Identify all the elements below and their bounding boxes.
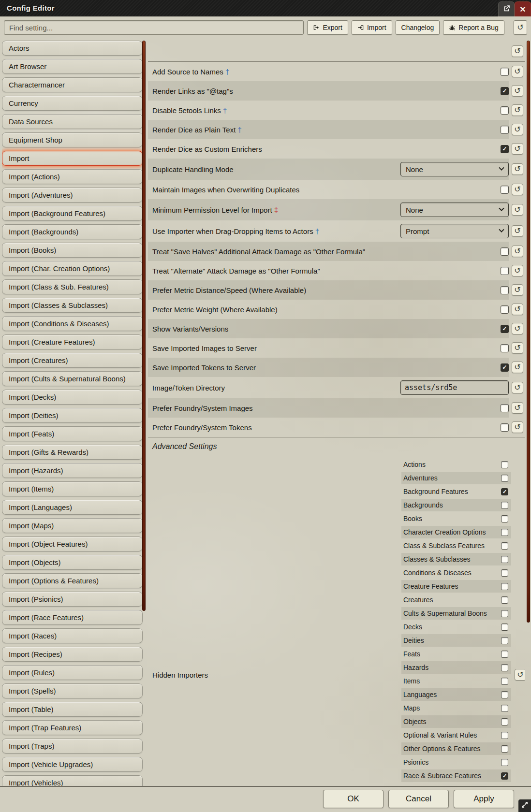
setting-checkbox[interactable]: ✓ (501, 691, 508, 698)
setting-checkbox[interactable]: ✓ (501, 583, 508, 590)
setting-checkbox[interactable]: ✓ (501, 247, 509, 256)
sidebar-item-import-recipes[interactable]: Import (Recipes) (2, 647, 143, 662)
setting-checkbox[interactable]: ✓ (501, 106, 509, 115)
setting-checkbox[interactable]: ✓ (501, 664, 508, 671)
reset-setting-button[interactable]: ↺ (512, 402, 523, 414)
sidebar-item-import-background-features[interactable]: Import (Background Features) (2, 206, 143, 221)
sidebar-item-import-hazards[interactable]: Import (Hazards) (2, 463, 143, 478)
sidebar-item-import-rules[interactable]: Import (Rules) (2, 665, 143, 680)
setting-select[interactable]: Prompt (400, 224, 509, 238)
setting-checkbox[interactable]: ✓ (501, 344, 509, 352)
sidebar-item-import-books[interactable]: Import (Books) (2, 243, 143, 258)
setting-checkbox[interactable]: ✓ (501, 610, 508, 617)
setting-checkbox[interactable]: ✓ (501, 637, 508, 644)
sidebar-item-import-objects[interactable]: Import (Objects) (2, 555, 143, 570)
popout-button[interactable] (498, 1, 515, 16)
setting-checkbox[interactable]: ✓ (501, 404, 509, 412)
reset-setting-button[interactable]: ↺ (512, 143, 523, 155)
cancel-button[interactable]: Cancel (388, 790, 449, 808)
setting-checkbox[interactable]: ✓ (501, 267, 509, 275)
sidebar-item-import-char-creation-options[interactable]: Import (Char. Creation Options) (2, 261, 143, 276)
sidebar-item-import-maps[interactable]: Import (Maps) (2, 518, 143, 533)
reset-all-button[interactable]: ↺ (514, 20, 527, 35)
reset-setting-button[interactable]: ↺ (512, 284, 523, 296)
reset-setting-button[interactable]: ↺ (512, 382, 523, 393)
sidebar-item-art-browser[interactable]: Art Browser (2, 59, 143, 74)
reset-setting-button[interactable]: ↺ (512, 362, 523, 373)
sidebar-item-import-actions[interactable]: Import (Actions) (2, 169, 143, 184)
reset-setting-button[interactable]: ↺ (512, 104, 523, 116)
sidebar-item-data-sources[interactable]: Data Sources (2, 114, 143, 129)
sidebar-item-import-decks[interactable]: Import (Decks) (2, 390, 143, 405)
sidebar-item-import-classes-subclasses[interactable]: Import (Classes & Subclasses) (2, 298, 143, 313)
sidebar-item-equipment-shop[interactable]: Equipment Shop (2, 132, 143, 147)
changelog-button[interactable]: Changelog (396, 20, 440, 35)
sidebar-item-import-adventures[interactable]: Import (Adventures) (2, 188, 143, 203)
reset-setting-button[interactable]: ↺ (512, 225, 523, 237)
setting-checkbox[interactable]: ✓ (501, 461, 508, 468)
reset-tab-button[interactable]: ↺ (512, 45, 523, 57)
export-button[interactable]: Export (307, 20, 348, 35)
sidebar-item-import-gifts-rewards[interactable]: Import (Gifts & Rewards) (2, 445, 143, 460)
ok-button[interactable]: OK (323, 790, 384, 808)
reset-setting-button[interactable]: ↺ (512, 323, 523, 334)
reset-setting-button[interactable]: ↺ (512, 304, 523, 315)
setting-checkbox[interactable]: ✓ (501, 186, 509, 194)
setting-checkbox[interactable]: ✓ (501, 286, 509, 294)
setting-checkbox[interactable]: ✓ (501, 325, 509, 333)
sidebar-item-import-traps[interactable]: Import (Traps) (2, 739, 143, 754)
sidebar-item-import-table[interactable]: Import (Table) (2, 702, 143, 717)
reset-setting-button[interactable]: ↺ (512, 85, 523, 97)
setting-checkbox[interactable]: ✓ (501, 759, 508, 766)
sidebar-item-import-creature-features[interactable]: Import (Creature Features) (2, 334, 143, 349)
sidebar-item-currency[interactable]: Currency (2, 96, 143, 111)
reset-setting-button[interactable]: ↺ (512, 163, 523, 175)
setting-checkbox[interactable]: ✓ (501, 745, 508, 753)
sidebar-scrollbar[interactable] (142, 41, 146, 611)
setting-checkbox[interactable]: ✓ (501, 363, 509, 372)
setting-checkbox[interactable]: ✓ (501, 126, 509, 134)
reset-setting-button[interactable]: ↺ (512, 66, 523, 77)
setting-checkbox[interactable]: ✓ (501, 423, 509, 432)
reset-hidden-importers-button[interactable]: ↺ (515, 669, 525, 681)
close-button[interactable]: ✕ (515, 1, 531, 16)
sidebar-item-import-object-features[interactable]: Import (Object Features) (2, 536, 143, 551)
setting-text-input[interactable] (400, 380, 509, 395)
setting-select[interactable]: None (400, 203, 509, 217)
reset-setting-button[interactable]: ↺ (512, 421, 523, 433)
sidebar-item-import-feats[interactable]: Import (Feats) (2, 426, 143, 441)
reset-setting-button[interactable]: ↺ (512, 265, 523, 276)
apply-button[interactable]: Apply (454, 790, 514, 808)
setting-checkbox[interactable]: ✓ (501, 556, 508, 563)
resize-handle[interactable] (518, 799, 531, 812)
content-scrollbar[interactable] (527, 41, 530, 623)
setting-checkbox[interactable]: ✓ (501, 718, 508, 725)
sidebar-item-import-deities[interactable]: Import (Deities) (2, 408, 143, 423)
setting-checkbox[interactable]: ✓ (501, 488, 508, 495)
setting-checkbox[interactable]: ✓ (501, 596, 508, 604)
sidebar-item-import-vehicle-upgrades[interactable]: Import (Vehicle Upgrades) (2, 757, 143, 772)
sidebar-item-import-spells[interactable]: Import (Spells) (2, 683, 143, 698)
reset-setting-button[interactable]: ↺ (512, 342, 523, 354)
setting-checkbox[interactable]: ✓ (501, 651, 508, 658)
setting-checkbox[interactable]: ✓ (501, 529, 508, 536)
sidebar-item-import-races[interactable]: Import (Races) (2, 628, 143, 643)
setting-checkbox[interactable]: ✓ (501, 678, 508, 685)
report-bug-button[interactable]: Report a Bug (443, 20, 504, 35)
sidebar-item-import-backgrounds[interactable]: Import (Backgrounds) (2, 224, 143, 239)
sidebar-item-actors[interactable]: Actors (2, 41, 143, 56)
setting-checkbox[interactable]: ✓ (501, 624, 508, 631)
reset-setting-button[interactable]: ↺ (512, 204, 523, 216)
sidebar-item-import-trap-features[interactable]: Import (Trap Features) (2, 720, 143, 735)
setting-checkbox[interactable]: ✓ (501, 68, 509, 76)
reset-setting-button[interactable]: ↺ (512, 246, 523, 257)
import-button[interactable]: Import (352, 20, 392, 35)
sidebar-item-import-cults-supernatural-boons[interactable]: Import (Cults & Supernatural Boons) (2, 371, 143, 386)
sidebar-item-import-creatures[interactable]: Import (Creatures) (2, 353, 143, 368)
setting-checkbox[interactable]: ✓ (501, 705, 508, 712)
setting-checkbox[interactable]: ✓ (501, 569, 508, 577)
sidebar-item-import-languages[interactable]: Import (Languages) (2, 500, 143, 515)
setting-checkbox[interactable]: ✓ (501, 475, 508, 482)
setting-checkbox[interactable]: ✓ (501, 145, 509, 153)
setting-checkbox[interactable]: ✓ (501, 87, 509, 95)
